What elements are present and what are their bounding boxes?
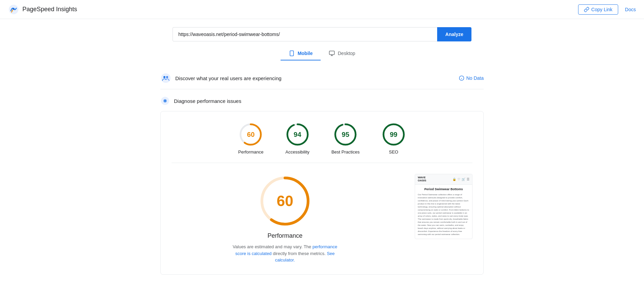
discover-section: Discover what your real users are experi… [160, 67, 484, 89]
url-input[interactable] [173, 27, 437, 41]
preview-header: WAVE OASIS 🔒 ♡ 🛒 ☰ [415, 174, 472, 185]
docs-link[interactable]: Docs [625, 7, 636, 12]
discover-text: Discover what your real users are experi… [175, 75, 282, 81]
large-perf-title: Performance [267, 232, 302, 239]
svg-point-8 [163, 76, 165, 78]
preview-logo-line2: OASIS [418, 179, 426, 182]
menu-icon: ☰ [467, 178, 469, 181]
preview-col: WAVE OASIS 🔒 ♡ 🛒 ☰ Period Swimwear Botto… [415, 174, 472, 239]
score-number-seo: 99 [390, 131, 397, 139]
svg-point-9 [166, 76, 168, 78]
desktop-icon [329, 50, 335, 56]
discover-left: Discover what your real users are experi… [160, 73, 282, 84]
heart-icon: ♡ [458, 178, 460, 181]
svg-rect-4 [329, 51, 335, 55]
score-item-seo[interactable]: 99 SEO [381, 122, 406, 155]
large-performance-gauge: 60 [258, 174, 312, 228]
score-circle-best-practices: 95 [333, 122, 358, 147]
lock-icon: 🔒 [452, 178, 456, 181]
svg-point-15 [164, 100, 166, 102]
large-score-number: 60 [277, 193, 293, 210]
copy-link-button[interactable]: Copy Link [578, 4, 618, 15]
score-label-seo: SEO [389, 149, 398, 155]
tab-desktop[interactable]: Desktop [321, 47, 363, 60]
score-label-accessibility: Accessibility [285, 149, 309, 155]
diagnose-section: Diagnose performance issues [160, 96, 484, 106]
score-item-best-practices[interactable]: 95 Best Practices [332, 122, 360, 155]
header-left: PageSpeed Insights [8, 4, 77, 15]
users-icon [160, 73, 171, 84]
diagnose-text: Diagnose performance issues [174, 98, 241, 104]
pagespeed-logo-icon [8, 4, 19, 15]
preview-logo: WAVE OASIS [418, 176, 426, 182]
svg-point-7 [161, 73, 171, 83]
score-item-performance[interactable]: 60 Performance [238, 122, 263, 155]
url-input-wrap: Analyze [173, 27, 471, 41]
copy-link-label: Copy Link [591, 7, 612, 12]
tab-mobile-label: Mobile [298, 51, 312, 56]
perf-note-text1: Values are estimated and may vary. The [233, 244, 311, 249]
preview-body: Period Swimwear Bottoms Our Period Swimw… [415, 185, 472, 239]
preview-thumbnail: WAVE OASIS 🔒 ♡ 🛒 ☰ Period Swimwear Botto… [415, 174, 472, 239]
info-icon [459, 75, 464, 81]
no-data-link[interactable]: No Data [459, 75, 484, 81]
tab-desktop-label: Desktop [338, 51, 355, 56]
score-circle-performance: 60 [238, 122, 263, 147]
preview-body-text: Our Period Swimwear collection offers a … [418, 193, 469, 236]
score-number-accessibility: 94 [294, 131, 301, 139]
perf-section: 60 Performance Values are estimated and … [172, 174, 472, 264]
preview-page-title: Period Swimwear Bottoms [418, 187, 469, 192]
tab-mobile[interactable]: Mobile [281, 47, 321, 60]
analyze-button[interactable]: Analyze [437, 27, 471, 41]
preview-header-icons: 🔒 ♡ 🛒 ☰ [452, 178, 469, 181]
diagnose-icon [160, 96, 170, 106]
score-circle-seo: 99 [381, 122, 406, 147]
url-section: Analyze [0, 19, 644, 47]
header-right: Copy Link Docs [578, 4, 636, 15]
score-number-performance: 60 [247, 131, 254, 139]
score-circle-accessibility: 94 [285, 122, 310, 147]
scores-card: 60 Performance 94 Accessibility [160, 111, 484, 275]
scores-row: 60 Performance 94 Accessibility [172, 122, 472, 163]
link-icon [584, 7, 589, 12]
header: PageSpeed Insights Copy Link Docs [0, 0, 644, 19]
score-number-best-practices: 95 [342, 131, 349, 139]
perf-note: Values are estimated and may vary. The p… [227, 243, 343, 264]
perf-note-text3: directly from these metrics. [273, 251, 325, 256]
tabs-section: Mobile Desktop [0, 47, 644, 60]
main-content: Discover what your real users are experi… [152, 67, 492, 275]
perf-gauge-col: 60 Performance Values are estimated and … [172, 174, 398, 264]
mobile-icon [289, 50, 295, 56]
app-title: PageSpeed Insights [22, 6, 77, 13]
score-label-best-practices: Best Practices [332, 149, 360, 155]
cart-icon: 🛒 [462, 178, 465, 181]
score-label-performance: Performance [238, 149, 263, 155]
no-data-label: No Data [466, 75, 484, 81]
score-item-accessibility[interactable]: 94 Accessibility [285, 122, 310, 155]
